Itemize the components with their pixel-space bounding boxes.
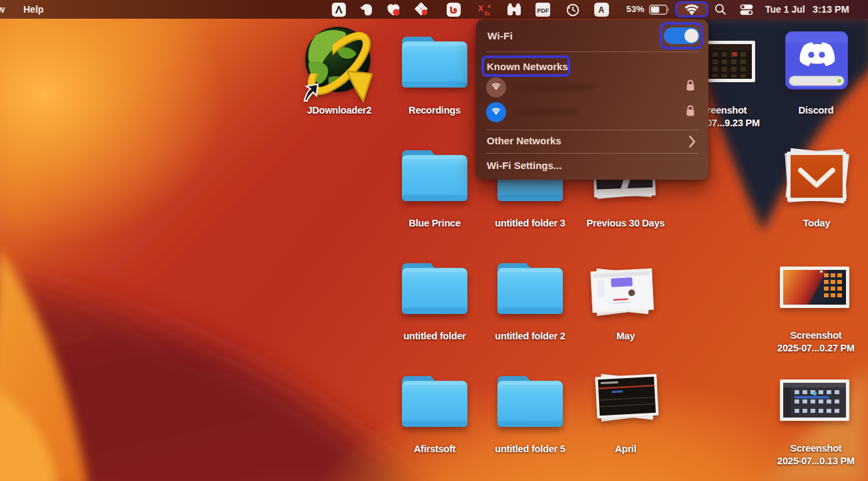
svg-text:X: X (478, 4, 483, 13)
svg-text:A: A (598, 5, 604, 15)
svg-text:X: X (487, 3, 491, 9)
svg-text:c: c (487, 11, 491, 17)
svg-text:PDF: PDF (537, 7, 550, 14)
